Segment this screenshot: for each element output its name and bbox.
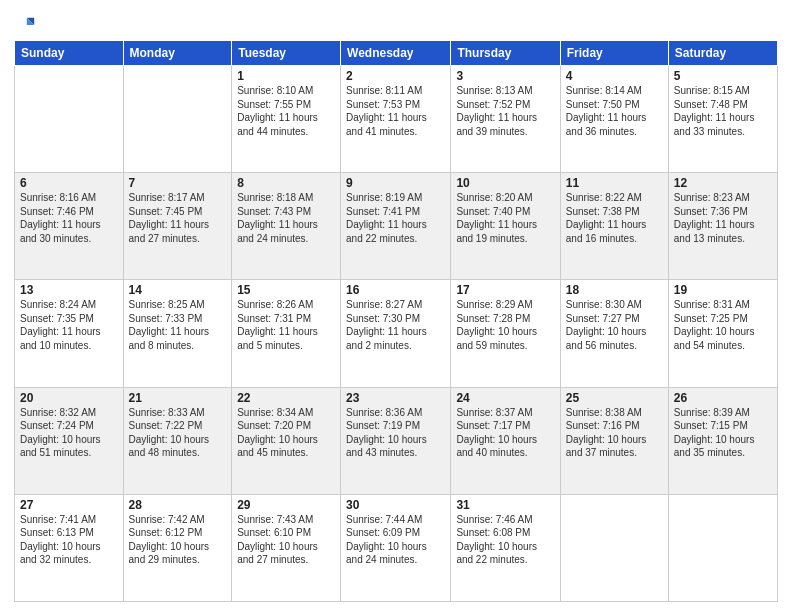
day-number: 1 xyxy=(237,69,335,83)
day-number: 17 xyxy=(456,283,554,297)
day-info: Sunrise: 8:17 AMSunset: 7:45 PMDaylight:… xyxy=(129,191,227,245)
day-number: 18 xyxy=(566,283,663,297)
day-number: 14 xyxy=(129,283,227,297)
day-info: Sunrise: 8:36 AMSunset: 7:19 PMDaylight:… xyxy=(346,406,445,460)
day-number: 23 xyxy=(346,391,445,405)
week-row-4: 20Sunrise: 8:32 AMSunset: 7:24 PMDayligh… xyxy=(15,387,778,494)
calendar-cell: 11Sunrise: 8:22 AMSunset: 7:38 PMDayligh… xyxy=(560,173,668,280)
day-info: Sunrise: 8:29 AMSunset: 7:28 PMDaylight:… xyxy=(456,298,554,352)
day-info: Sunrise: 7:41 AMSunset: 6:13 PMDaylight:… xyxy=(20,513,118,567)
calendar-cell: 24Sunrise: 8:37 AMSunset: 7:17 PMDayligh… xyxy=(451,387,560,494)
day-info: Sunrise: 8:16 AMSunset: 7:46 PMDaylight:… xyxy=(20,191,118,245)
calendar-cell: 13Sunrise: 8:24 AMSunset: 7:35 PMDayligh… xyxy=(15,280,124,387)
day-number: 19 xyxy=(674,283,772,297)
day-number: 26 xyxy=(674,391,772,405)
calendar-cell: 22Sunrise: 8:34 AMSunset: 7:20 PMDayligh… xyxy=(232,387,341,494)
calendar-cell: 18Sunrise: 8:30 AMSunset: 7:27 PMDayligh… xyxy=(560,280,668,387)
calendar-cell: 19Sunrise: 8:31 AMSunset: 7:25 PMDayligh… xyxy=(668,280,777,387)
calendar-cell: 27Sunrise: 7:41 AMSunset: 6:13 PMDayligh… xyxy=(15,494,124,601)
logo xyxy=(14,14,38,36)
day-number: 28 xyxy=(129,498,227,512)
day-info: Sunrise: 8:39 AMSunset: 7:15 PMDaylight:… xyxy=(674,406,772,460)
day-number: 20 xyxy=(20,391,118,405)
day-info: Sunrise: 8:32 AMSunset: 7:24 PMDaylight:… xyxy=(20,406,118,460)
calendar-cell: 16Sunrise: 8:27 AMSunset: 7:30 PMDayligh… xyxy=(341,280,451,387)
week-row-3: 13Sunrise: 8:24 AMSunset: 7:35 PMDayligh… xyxy=(15,280,778,387)
calendar-cell: 23Sunrise: 8:36 AMSunset: 7:19 PMDayligh… xyxy=(341,387,451,494)
day-info: Sunrise: 8:30 AMSunset: 7:27 PMDaylight:… xyxy=(566,298,663,352)
day-info: Sunrise: 7:44 AMSunset: 6:09 PMDaylight:… xyxy=(346,513,445,567)
col-header-tuesday: Tuesday xyxy=(232,41,341,66)
calendar-cell: 4Sunrise: 8:14 AMSunset: 7:50 PMDaylight… xyxy=(560,66,668,173)
calendar-cell: 15Sunrise: 8:26 AMSunset: 7:31 PMDayligh… xyxy=(232,280,341,387)
day-info: Sunrise: 8:22 AMSunset: 7:38 PMDaylight:… xyxy=(566,191,663,245)
calendar-body: 1Sunrise: 8:10 AMSunset: 7:55 PMDaylight… xyxy=(15,66,778,602)
day-number: 15 xyxy=(237,283,335,297)
day-number: 30 xyxy=(346,498,445,512)
day-info: Sunrise: 8:25 AMSunset: 7:33 PMDaylight:… xyxy=(129,298,227,352)
calendar-cell: 8Sunrise: 8:18 AMSunset: 7:43 PMDaylight… xyxy=(232,173,341,280)
calendar-cell: 21Sunrise: 8:33 AMSunset: 7:22 PMDayligh… xyxy=(123,387,232,494)
col-header-thursday: Thursday xyxy=(451,41,560,66)
day-number: 2 xyxy=(346,69,445,83)
day-info: Sunrise: 8:27 AMSunset: 7:30 PMDaylight:… xyxy=(346,298,445,352)
day-number: 21 xyxy=(129,391,227,405)
week-row-1: 1Sunrise: 8:10 AMSunset: 7:55 PMDaylight… xyxy=(15,66,778,173)
calendar-cell: 1Sunrise: 8:10 AMSunset: 7:55 PMDaylight… xyxy=(232,66,341,173)
col-header-friday: Friday xyxy=(560,41,668,66)
day-number: 10 xyxy=(456,176,554,190)
calendar-cell xyxy=(15,66,124,173)
page-header xyxy=(14,10,778,36)
calendar-cell: 26Sunrise: 8:39 AMSunset: 7:15 PMDayligh… xyxy=(668,387,777,494)
day-number: 29 xyxy=(237,498,335,512)
calendar-cell: 30Sunrise: 7:44 AMSunset: 6:09 PMDayligh… xyxy=(341,494,451,601)
day-number: 12 xyxy=(674,176,772,190)
day-number: 9 xyxy=(346,176,445,190)
calendar-cell: 5Sunrise: 8:15 AMSunset: 7:48 PMDaylight… xyxy=(668,66,777,173)
day-number: 27 xyxy=(20,498,118,512)
day-info: Sunrise: 8:23 AMSunset: 7:36 PMDaylight:… xyxy=(674,191,772,245)
day-info: Sunrise: 8:18 AMSunset: 7:43 PMDaylight:… xyxy=(237,191,335,245)
day-info: Sunrise: 8:14 AMSunset: 7:50 PMDaylight:… xyxy=(566,84,663,138)
calendar-cell xyxy=(668,494,777,601)
week-row-5: 27Sunrise: 7:41 AMSunset: 6:13 PMDayligh… xyxy=(15,494,778,601)
day-number: 11 xyxy=(566,176,663,190)
day-info: Sunrise: 8:19 AMSunset: 7:41 PMDaylight:… xyxy=(346,191,445,245)
week-row-2: 6Sunrise: 8:16 AMSunset: 7:46 PMDaylight… xyxy=(15,173,778,280)
calendar-page: SundayMondayTuesdayWednesdayThursdayFrid… xyxy=(0,0,792,612)
day-info: Sunrise: 8:24 AMSunset: 7:35 PMDaylight:… xyxy=(20,298,118,352)
day-info: Sunrise: 8:38 AMSunset: 7:16 PMDaylight:… xyxy=(566,406,663,460)
col-header-saturday: Saturday xyxy=(668,41,777,66)
calendar-cell: 28Sunrise: 7:42 AMSunset: 6:12 PMDayligh… xyxy=(123,494,232,601)
day-number: 7 xyxy=(129,176,227,190)
day-info: Sunrise: 8:11 AMSunset: 7:53 PMDaylight:… xyxy=(346,84,445,138)
day-number: 31 xyxy=(456,498,554,512)
day-number: 5 xyxy=(674,69,772,83)
day-info: Sunrise: 8:20 AMSunset: 7:40 PMDaylight:… xyxy=(456,191,554,245)
calendar-cell: 2Sunrise: 8:11 AMSunset: 7:53 PMDaylight… xyxy=(341,66,451,173)
day-number: 4 xyxy=(566,69,663,83)
day-number: 6 xyxy=(20,176,118,190)
day-info: Sunrise: 8:13 AMSunset: 7:52 PMDaylight:… xyxy=(456,84,554,138)
calendar-cell: 17Sunrise: 8:29 AMSunset: 7:28 PMDayligh… xyxy=(451,280,560,387)
col-header-wednesday: Wednesday xyxy=(341,41,451,66)
calendar-cell xyxy=(560,494,668,601)
calendar-cell: 25Sunrise: 8:38 AMSunset: 7:16 PMDayligh… xyxy=(560,387,668,494)
header-row: SundayMondayTuesdayWednesdayThursdayFrid… xyxy=(15,41,778,66)
col-header-sunday: Sunday xyxy=(15,41,124,66)
calendar-cell: 12Sunrise: 8:23 AMSunset: 7:36 PMDayligh… xyxy=(668,173,777,280)
day-number: 13 xyxy=(20,283,118,297)
day-info: Sunrise: 8:15 AMSunset: 7:48 PMDaylight:… xyxy=(674,84,772,138)
calendar-cell xyxy=(123,66,232,173)
day-info: Sunrise: 8:34 AMSunset: 7:20 PMDaylight:… xyxy=(237,406,335,460)
day-info: Sunrise: 8:10 AMSunset: 7:55 PMDaylight:… xyxy=(237,84,335,138)
calendar-cell: 31Sunrise: 7:46 AMSunset: 6:08 PMDayligh… xyxy=(451,494,560,601)
logo-icon xyxy=(14,14,36,36)
calendar-cell: 14Sunrise: 8:25 AMSunset: 7:33 PMDayligh… xyxy=(123,280,232,387)
day-info: Sunrise: 8:31 AMSunset: 7:25 PMDaylight:… xyxy=(674,298,772,352)
day-number: 24 xyxy=(456,391,554,405)
calendar-table: SundayMondayTuesdayWednesdayThursdayFrid… xyxy=(14,40,778,602)
day-number: 16 xyxy=(346,283,445,297)
calendar-cell: 10Sunrise: 8:20 AMSunset: 7:40 PMDayligh… xyxy=(451,173,560,280)
calendar-cell: 7Sunrise: 8:17 AMSunset: 7:45 PMDaylight… xyxy=(123,173,232,280)
